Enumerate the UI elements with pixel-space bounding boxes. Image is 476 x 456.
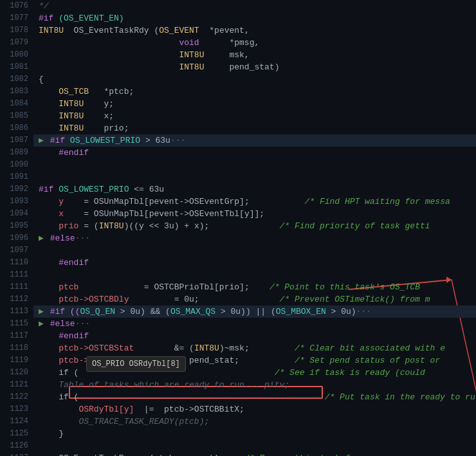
line-number: 1078 <box>0 24 28 37</box>
code-content[interactable]: OS_PRIO OSRdyTbl[8] from */#if (OS_EVENT… <box>33 0 476 456</box>
line-number: 1117 <box>0 330 28 342</box>
type-tooltip: OS_PRIO OSRdyTbl[8] <box>86 356 186 372</box>
line-number: 1080 <box>0 49 28 61</box>
line-number: 1095 <box>0 220 28 232</box>
line-number: 1113 <box>0 306 28 318</box>
line-number: 1126 <box>0 440 28 452</box>
code-line: ▶ #else··· <box>33 232 476 244</box>
code-line: x = OSUnMapTbl[pevent->OSEventTbl[y]]; <box>33 208 476 220</box>
line-number: 1076 <box>0 0 28 12</box>
line-number: 1112 <box>0 293 28 306</box>
line-number: 1122 <box>0 391 28 403</box>
code-line: void *pmsg, <box>33 37 476 49</box>
line-number: 1081 <box>0 61 28 73</box>
line-number: 1111 <box>0 281 28 293</box>
code-line: OSRdyTbl[y] |= ptcb->OSTCBBitX; <box>33 403 476 415</box>
code-line: INT8U prio; <box>33 122 476 134</box>
line-number: 1087 <box>0 134 28 147</box>
line-number: 1111 <box>0 269 28 281</box>
line-number: 1110 <box>0 257 28 269</box>
line-number: 1096 <box>0 232 28 244</box>
tooltip-text: OS_PRIO OSRdyTbl[8] <box>92 360 180 369</box>
line-number: 1127 <box>0 452 28 456</box>
code-line <box>33 244 476 257</box>
line-number: 1124 <box>0 415 28 428</box>
code-line <box>33 159 476 171</box>
line-number: 1089 <box>0 147 28 159</box>
line-number: 1083 <box>0 86 28 98</box>
line-number: 1094 <box>0 208 28 220</box>
line-number: 1093 <box>0 196 28 208</box>
code-line: INT8U OS_EventTaskRdy (OS_EVENT *pevent, <box>33 24 476 37</box>
line-number: 1086 <box>0 122 28 134</box>
code-line: { <box>33 73 476 86</box>
code-line: ▶ #if OS_LOWEST_PRIO > 63u··· <box>33 134 476 147</box>
line-number: 1084 <box>0 98 28 110</box>
line-number: 1097 <box>0 244 28 257</box>
line-number: 1092 <box>0 183 28 196</box>
code-line: ▶ #else··· <box>33 318 476 330</box>
code-line: OS_EventTaskRemove(ptcb, pevent); /* Rem… <box>33 452 476 456</box>
code-line: prio = (INT8U)((y << 3u) + x); /* Find p… <box>33 220 476 232</box>
code-line: INT8U x; <box>33 110 476 122</box>
code-line: } <box>33 428 476 440</box>
code-line <box>33 269 476 281</box>
code-line: ▶ #if ((OS_Q_EN > 0u) && (OS_MAX_QS > 0u… <box>33 306 476 318</box>
line-number: 1120 <box>0 367 28 379</box>
code-line: Table of tasks which are ready to run...… <box>33 379 476 391</box>
code-line: INT8U y; <box>33 98 476 110</box>
code-line: INT8U pend_stat) <box>33 61 476 73</box>
line-number: 1090 <box>0 159 28 171</box>
code-line: */ <box>33 0 476 12</box>
code-editor: 1076107710781079108010811082108310841085… <box>0 0 476 456</box>
code-line: INT8U msk, <box>33 49 476 61</box>
line-number: 1079 <box>0 37 28 49</box>
line-number: 1091 <box>0 171 28 183</box>
line-number: 1085 <box>0 110 28 122</box>
code-line: OS_TRACE_TASK_READY(ptcb); <box>33 415 476 428</box>
code-line: #endif <box>33 147 476 159</box>
line-number: 1125 <box>0 428 28 440</box>
line-number: 1118 <box>0 342 28 354</box>
code-line: #endif <box>33 257 476 269</box>
code-line: ptcb->OSTCBStat &= (INT8U)~msk; /* Clear… <box>33 342 476 354</box>
line-number: 1082 <box>0 73 28 86</box>
line-number: 1077 <box>0 12 28 24</box>
code-line: OS_TCB *ptcb; <box>33 86 476 98</box>
code-line: ptcb = OSTCBPrioTbl[prio]; /* Point to t… <box>33 281 476 293</box>
line-numbers: 1076107710781079108010811082108310841085… <box>0 0 33 456</box>
code-line: #endif <box>33 330 476 342</box>
code-line: #if OS_LOWEST_PRIO <= 63u <box>33 183 476 196</box>
code-line: y = OSUnMapTbl[pevent->OSEventGrp]; /* F… <box>33 196 476 208</box>
code-line: #if (OS_EVENT_EN) <box>33 12 476 24</box>
line-number: 1121 <box>0 379 28 391</box>
line-number: 1123 <box>0 403 28 415</box>
code-line: ptcb->OSTCBDly = 0u; /* Prevent OSTimeTi… <box>33 293 476 306</box>
line-number: 1119 <box>0 354 28 367</box>
code-line <box>33 440 476 452</box>
code-line <box>33 171 476 183</box>
code-line: if ( /* Put task in the ready to ru <box>33 391 476 403</box>
line-number: 1115 <box>0 318 28 330</box>
